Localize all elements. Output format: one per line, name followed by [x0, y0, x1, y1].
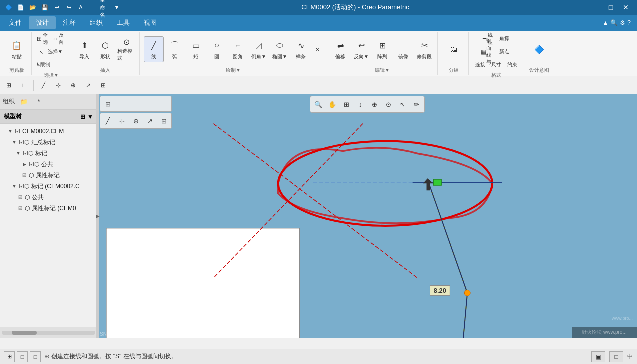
tree-item-prop2[interactable]: ☑ ⬡ 属性标记 (CEM0 — [0, 203, 98, 214]
view-pan-button[interactable]: ✋ — [326, 98, 339, 111]
main-ellipse[interactable] — [278, 142, 492, 226]
shape-button[interactable]: ⬡ 形状 — [96, 36, 116, 62]
status-btn-1[interactable]: ▣ — [592, 352, 606, 362]
paste-button[interactable]: 📋 粘贴 — [7, 36, 27, 62]
tree-item-mark2[interactable]: ▼ ☑⬡ 标记 (CEM0002.C — [0, 181, 98, 192]
tree-expand-pub2[interactable]: ☑ — [17, 194, 24, 201]
help-icon[interactable]: ? — [628, 20, 631, 26]
reverse-btn[interactable]: ↩ 反向▼ — [352, 36, 372, 62]
open-icon[interactable]: 📂 — [28, 2, 38, 12]
tree-expand-prop2[interactable]: ☑ — [17, 205, 24, 212]
newpoint-button[interactable]: 新点 — [497, 46, 512, 58]
tree-expand-icon[interactable]: ▼ — [88, 114, 94, 120]
ellipse-button[interactable]: ⬭ 椭圆▼ — [270, 36, 290, 62]
line-button[interactable]: ╱ 线 — [144, 36, 164, 62]
dim-button[interactable]: 尺寸 — [489, 59, 504, 71]
sub-angle-button[interactable]: ∟ — [17, 78, 31, 92]
menu-view[interactable]: 视图 — [137, 16, 164, 30]
tree-expand-prop1[interactable]: ☑ — [21, 172, 28, 179]
array-button[interactable]: ⊞ 阵列 — [372, 36, 392, 62]
view-edit-button[interactable]: ✏ — [410, 98, 423, 111]
tree-settings-icon[interactable]: ⊞ — [80, 114, 86, 120]
select-all-button[interactable]: ⊞全选 — [36, 33, 51, 45]
rename-icon[interactable]: 重命名 — [100, 2, 110, 12]
maximize-button[interactable]: □ — [604, 2, 618, 13]
canvas-expand-button[interactable]: ⊞ — [158, 114, 170, 128]
tree-item-root[interactable]: ▼ ☑ CEM0002.CEM — [0, 126, 98, 137]
sub-grid-button[interactable]: ⊞ — [2, 78, 16, 92]
close-button[interactable]: ✕ — [619, 2, 633, 13]
canvas-line-button[interactable]: ╱ — [102, 114, 114, 128]
sub-coord-button[interactable]: ↗ — [82, 78, 96, 92]
canvas-snap1-button[interactable]: ⊹ — [116, 114, 128, 128]
group-button[interactable]: 🗂 — [444, 36, 464, 62]
chamfer-button[interactable]: ◿ 倒角▼ — [249, 36, 269, 62]
view-rotate-button[interactable]: ⊕ — [368, 98, 381, 111]
rect-button[interactable]: ▭ 矩 — [186, 36, 206, 62]
tree-expand-root[interactable]: ▼ — [7, 128, 14, 135]
connect-button[interactable]: 连接 — [473, 59, 488, 71]
menu-design[interactable]: 设计 — [29, 16, 56, 30]
canvas-angle-button[interactable]: ∟ — [116, 98, 128, 110]
intent-button[interactable]: 🔷 — [530, 36, 550, 62]
undo-icon[interactable]: ↩ — [52, 2, 62, 12]
sub-line-button[interactable]: ╱ — [36, 78, 50, 92]
select-dropdown[interactable]: 选择▼ — [48, 46, 63, 58]
menu-annotation[interactable]: 注释 — [56, 16, 83, 30]
view-cursor-button[interactable]: ↖ — [396, 98, 409, 111]
tree-item-public2[interactable]: ☑ ⬡ 公共 — [0, 192, 98, 203]
sub-snap-button[interactable]: ⊹ — [52, 78, 66, 92]
canvas-snap2-button[interactable]: ⊕ — [130, 114, 142, 128]
constraint-button[interactable]: 约束 — [505, 59, 520, 71]
tree-item-mark1[interactable]: ▼ ☑⬡ 标记 — [0, 148, 98, 159]
help-chevron-up[interactable]: ▲ — [602, 20, 608, 26]
sub-lock-button[interactable]: ⊕ — [66, 78, 80, 92]
tree-expand-mark2[interactable]: ▼ — [11, 183, 18, 190]
folder-button[interactable]: 📁 — [17, 95, 31, 109]
new-icon[interactable]: 📄 — [16, 2, 26, 12]
angle-button[interactable]: 角撑 — [497, 33, 512, 45]
settings-icon[interactable]: ⚙ — [620, 20, 626, 26]
hatch-button[interactable]: ▦剖面线与 — [481, 46, 496, 58]
menu-tools[interactable]: 工具 — [110, 16, 137, 30]
status-icon-3[interactable]: □ — [30, 352, 41, 362]
minimize-button[interactable]: — — [589, 2, 603, 13]
filter-button[interactable]: * — [32, 95, 46, 109]
tree-item-public1[interactable]: ▶ ☑⬡ 公共 — [0, 159, 98, 170]
circle-button[interactable]: ○ 圆 — [207, 36, 227, 62]
sub-expand-button[interactable]: ⊞ — [96, 78, 110, 92]
menu-organize[interactable]: 组织 — [83, 16, 110, 30]
tree-expand-summary[interactable]: ▼ — [11, 139, 18, 146]
limit-button[interactable]: ↳限制 — [36, 59, 51, 71]
construct-button[interactable]: ⊙ 构造模式 — [116, 36, 136, 62]
tree-scrollbar-thumb[interactable] — [12, 331, 37, 335]
trim-button[interactable]: ✂ 修剪段 — [414, 36, 434, 62]
view-zoom-button[interactable]: 🔍 — [312, 98, 325, 111]
organize-button[interactable]: 组织 — [2, 95, 16, 109]
search-icon[interactable]: 🔍 — [610, 20, 618, 26]
canvas-grid-button[interactable]: ⊞ — [102, 98, 114, 110]
arc-button[interactable]: ⌒ 弧 — [165, 36, 185, 62]
view-3d-button[interactable]: ⊙ — [382, 98, 395, 111]
orange-endpoint[interactable] — [464, 290, 470, 296]
canvas-dir-button[interactable]: ↗ — [144, 114, 156, 128]
status-btn-2[interactable]: □ — [610, 352, 624, 362]
tree-expand-pub1[interactable]: ▶ — [21, 161, 28, 168]
tree-item-summary[interactable]: ▼ ☑⬡ 汇总标记 — [0, 137, 98, 148]
fillet-button[interactable]: ⌐ 圆角 — [228, 36, 248, 62]
import-button[interactable]: ⬆ 导入 — [74, 36, 94, 62]
menu-file[interactable]: 文件 — [2, 16, 29, 30]
spline-button[interactable]: ∿ 样条 — [291, 36, 311, 62]
reverse-button[interactable]: ↔反向 — [52, 33, 67, 45]
status-icon-1[interactable]: ⊞ — [4, 352, 15, 362]
redo-icon[interactable]: ↪ — [64, 2, 74, 12]
draw-x-button[interactable]: ✕ — [312, 44, 323, 55]
view-zoom-in-button[interactable]: ↕ — [354, 98, 367, 111]
dropdown-icon[interactable]: ▼ — [112, 2, 122, 12]
tree-expand-mark1[interactable]: ▼ — [15, 150, 22, 157]
offset-button[interactable]: ⇌ 偏移 — [330, 36, 350, 62]
mirror-button[interactable]: ⫩ 镜像 — [394, 36, 414, 62]
cursor-button[interactable]: ↖ — [36, 46, 47, 58]
green-handle[interactable] — [434, 180, 442, 186]
more-icon[interactable]: ⋯ — [88, 2, 98, 12]
